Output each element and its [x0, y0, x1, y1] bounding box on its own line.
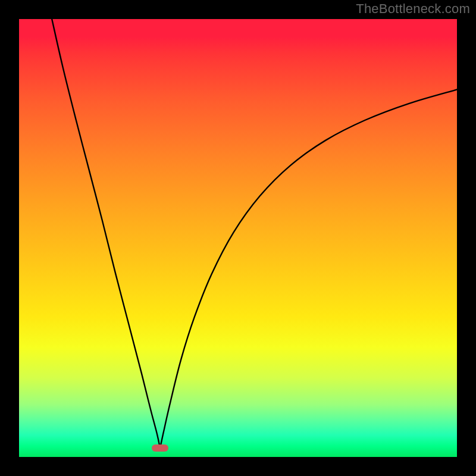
- curve-layer: [19, 19, 457, 457]
- watermark-text: TheBottleneck.com: [356, 1, 470, 17]
- curve-right-branch: [160, 90, 457, 449]
- minimum-marker: [152, 444, 168, 452]
- outer-frame: TheBottleneck.com: [0, 0, 476, 476]
- plot-area: [19, 19, 457, 457]
- curve-left-branch: [52, 19, 160, 448]
